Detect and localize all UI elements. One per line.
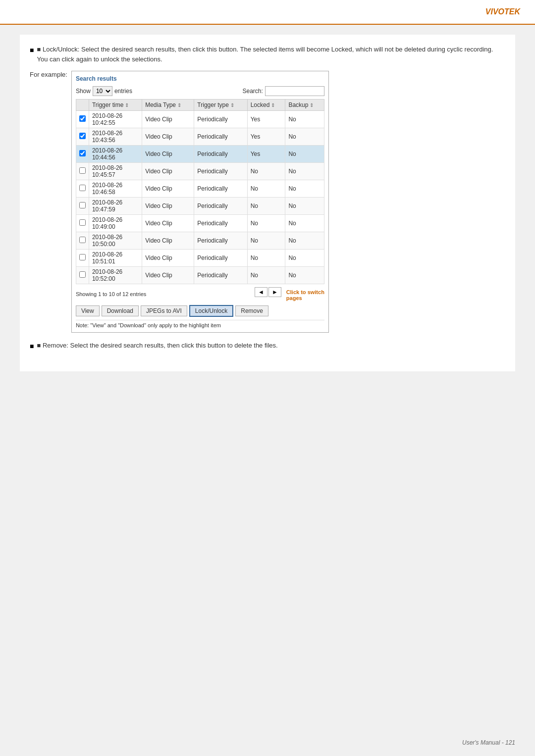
- checkbox-cell[interactable]: [76, 163, 89, 180]
- row-checkbox[interactable]: [79, 202, 86, 208]
- trigger-time-cell: 2010-08-2610:52:00: [89, 267, 142, 284]
- trigger-type-cell: Periodically: [194, 232, 247, 250]
- search-label: Search:: [243, 88, 263, 95]
- checkbox-cell[interactable]: [76, 111, 89, 128]
- backup-cell: No: [285, 146, 324, 163]
- view-button[interactable]: View: [76, 305, 100, 316]
- row-checkbox[interactable]: [79, 254, 86, 260]
- checkbox-cell[interactable]: [76, 198, 89, 215]
- prev-page-btn[interactable]: ◄: [255, 287, 268, 297]
- lock-unlock-instruction: ■ ■ Lock/Unlock: Select the desired sear…: [30, 45, 505, 64]
- bullet-lock: ■ ■ Lock/Unlock: Select the desired sear…: [30, 45, 505, 64]
- media-type-cell: Video Clip: [142, 267, 194, 284]
- show-select[interactable]: 10 25 50: [93, 86, 112, 96]
- table-row: 2010-08-2610:50:00Video ClipPeriodically…: [76, 232, 324, 250]
- checkbox-cell[interactable]: [76, 250, 89, 267]
- checkbox-cell[interactable]: [76, 215, 89, 232]
- locked-cell: Yes: [247, 111, 285, 128]
- trigger-type-cell: Periodically: [194, 163, 247, 180]
- locked-cell: No: [247, 180, 285, 198]
- table-body: 2010-08-2610:42:55Video ClipPeriodically…: [76, 111, 324, 284]
- row-checkbox[interactable]: [79, 115, 86, 122]
- row-checkbox[interactable]: [79, 150, 86, 156]
- locked-cell: No: [247, 232, 285, 250]
- col-trigger-time[interactable]: Trigger time: [89, 100, 142, 111]
- row-checkbox[interactable]: [79, 271, 86, 278]
- trigger-type-cell: Periodically: [194, 128, 247, 146]
- backup-cell: No: [285, 198, 324, 215]
- results-table: Trigger time Media Type Trigger type Loc…: [76, 99, 324, 284]
- next-page-btn[interactable]: ►: [268, 287, 281, 297]
- row-checkbox[interactable]: [79, 185, 86, 191]
- page-nav: ◄ ►: [255, 287, 281, 297]
- checkbox-cell[interactable]: [76, 267, 89, 284]
- trigger-time-cell: 2010-08-2610:51:01: [89, 250, 142, 267]
- trigger-time-cell: 2010-08-2610:46:58: [89, 180, 142, 198]
- entries-label: entries: [114, 88, 132, 95]
- search-results-title: Search results: [76, 75, 324, 82]
- table-footer: Showing 1 to 10 of 12 entries ◄ ► Click …: [76, 287, 324, 301]
- checkbox-cell[interactable]: [76, 146, 89, 163]
- media-type-cell: Video Clip: [142, 163, 194, 180]
- media-type-cell: Video Clip: [142, 232, 194, 250]
- trigger-type-cell: Periodically: [194, 198, 247, 215]
- backup-cell: No: [285, 163, 324, 180]
- backup-cell: No: [285, 267, 324, 284]
- trigger-type-cell: Periodically: [194, 146, 247, 163]
- col-backup[interactable]: Backup: [285, 100, 324, 111]
- table-row: 2010-08-2610:42:55Video ClipPeriodically…: [76, 111, 324, 128]
- locked-cell: No: [247, 163, 285, 180]
- col-media-type[interactable]: Media Type: [142, 100, 194, 111]
- trigger-time-cell: 2010-08-2610:44:56: [89, 146, 142, 163]
- lock-unlock-button[interactable]: Lock/Unlock: [189, 305, 233, 317]
- row-checkbox[interactable]: [79, 237, 86, 243]
- backup-cell: No: [285, 215, 324, 232]
- backup-cell: No: [285, 111, 324, 128]
- row-checkbox[interactable]: [79, 133, 86, 139]
- for-example-label: For example:: [30, 71, 67, 78]
- table-header-row: Trigger time Media Type Trigger type Loc…: [76, 100, 324, 111]
- trigger-type-cell: Periodically: [194, 180, 247, 198]
- search-input[interactable]: [265, 86, 324, 96]
- top-bar: VIVOTEK: [0, 0, 535, 25]
- table-row: 2010-08-2610:51:01Video ClipPeriodically…: [76, 250, 324, 267]
- media-type-cell: Video Clip: [142, 215, 194, 232]
- jpegs-to-avi-button[interactable]: JPEGs to AVI: [141, 305, 187, 316]
- table-row: 2010-08-2610:44:56Video ClipPeriodically…: [76, 146, 324, 163]
- checkbox-cell[interactable]: [76, 128, 89, 146]
- remove-button[interactable]: Remove: [235, 305, 268, 316]
- showing-text: Showing 1 to 10 of 12 entries: [76, 291, 146, 297]
- trigger-time-cell: 2010-08-2610:49:00: [89, 215, 142, 232]
- checkbox-cell[interactable]: [76, 232, 89, 250]
- media-type-cell: Video Clip: [142, 250, 194, 267]
- bullet-icon-remove: ■: [30, 341, 34, 352]
- action-buttons: View Download JPEGs to AVI Lock/Unlock R…: [76, 305, 324, 317]
- lock-instruction-text: ■ Lock/Unlock: Select the desired search…: [37, 45, 505, 64]
- annotation-wrapper: ◄ ► Click to switchpages: [255, 287, 324, 301]
- for-example-block: For example: Search results Show 10 25 5…: [30, 71, 505, 333]
- table-row: 2010-08-2610:43:56Video ClipPeriodically…: [76, 128, 324, 146]
- show-label: Show: [76, 88, 91, 95]
- media-type-cell: Video Clip: [142, 146, 194, 163]
- show-entries: Show 10 25 50 entries: [76, 86, 132, 96]
- controls-row: Show 10 25 50 entries Search:: [76, 86, 324, 96]
- media-type-cell: Video Clip: [142, 198, 194, 215]
- download-button[interactable]: Download: [102, 305, 139, 316]
- row-checkbox[interactable]: [79, 219, 86, 226]
- col-checkbox: [76, 100, 89, 111]
- trigger-type-cell: Periodically: [194, 111, 247, 128]
- table-row: 2010-08-2610:49:00Video ClipPeriodically…: [76, 215, 324, 232]
- table-row: 2010-08-2610:52:00Video ClipPeriodically…: [76, 267, 324, 284]
- row-checkbox[interactable]: [79, 167, 86, 174]
- checkbox-cell[interactable]: [76, 180, 89, 198]
- backup-cell: No: [285, 232, 324, 250]
- page-footer: User's Manual - 121: [462, 739, 515, 746]
- col-locked[interactable]: Locked: [247, 100, 285, 111]
- trigger-time-cell: 2010-08-2610:43:56: [89, 128, 142, 146]
- locked-cell: Yes: [247, 128, 285, 146]
- remove-instruction-text: ■ Remove: Select the desired search resu…: [37, 341, 277, 351]
- col-trigger-type[interactable]: Trigger type: [194, 100, 247, 111]
- brand-logo: VIVOTEK: [485, 7, 520, 16]
- note-text: Note: "View" and "Download" only apply t…: [76, 320, 324, 328]
- search-box-row: Search:: [243, 86, 324, 96]
